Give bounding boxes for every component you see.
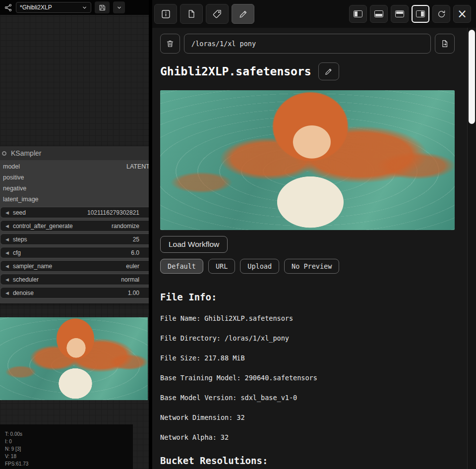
- panel-scrollbar[interactable]: [467, 28, 476, 469]
- stat-i: I: 0: [5, 438, 128, 445]
- info-label: File Size:: [160, 354, 200, 362]
- widget-value: randomize: [112, 223, 147, 230]
- info-value: 290640.safetensors: [245, 374, 317, 382]
- info-file-directory: File Directory:/loras/1/xl_pony: [160, 334, 455, 342]
- node-collapse-dot-icon[interactable]: [2, 151, 6, 156]
- input-label: model: [3, 163, 20, 170]
- panel-header: ×: [152, 0, 476, 28]
- widget-value: 1021116279302821: [87, 209, 147, 216]
- output-slot-latent: LATENT: [126, 163, 149, 170]
- info-label: File Name:: [160, 314, 200, 322]
- file-info-heading: File Info:: [160, 292, 455, 302]
- refresh-button[interactable]: [432, 5, 450, 23]
- bucket-resolutions-heading: Bucket Resolutions:: [160, 455, 455, 466]
- decrement-arrow-icon[interactable]: ◀: [5, 224, 9, 229]
- input-slot-model: model LATENT: [0, 161, 149, 172]
- dock-top-button[interactable]: [391, 5, 409, 23]
- tab-tag[interactable]: [206, 4, 229, 24]
- widget-scheduler[interactable]: ◀ scheduler normal: [0, 274, 149, 285]
- tab-edit[interactable]: [232, 4, 254, 24]
- comfyui-canvas-area: *Ghibli2XLP KSampler model: [0, 0, 149, 469]
- generation-preview-image: [0, 317, 148, 400]
- lora-info-panel: × Ghibli2XLP.safetensors Load Wor: [152, 0, 476, 469]
- title-row: Ghibli2XLP.safetensors: [160, 62, 455, 80]
- widget-name: cfg: [13, 249, 21, 256]
- tab-document[interactable]: [180, 4, 203, 24]
- node-header[interactable]: KSampler: [0, 146, 149, 160]
- share-icon[interactable]: [4, 3, 12, 12]
- workflow-selector[interactable]: *Ghibli2XLP: [16, 2, 91, 13]
- info-label: Network Alpha:: [160, 433, 217, 441]
- info-value: 32: [221, 433, 229, 441]
- widget-name: scheduler: [13, 276, 39, 283]
- preview-none-button[interactable]: No Preview: [284, 259, 339, 274]
- widget-cfg[interactable]: ◀ cfg 6.0: [0, 247, 149, 258]
- info-value: 32: [237, 413, 244, 421]
- decrement-arrow-icon[interactable]: ◀: [5, 277, 9, 282]
- stat-fps: FPS:61.73: [5, 460, 128, 468]
- preview-url-button[interactable]: URL: [208, 259, 235, 274]
- tab-info[interactable]: [154, 4, 177, 24]
- dock-right-button[interactable]: [412, 5, 429, 23]
- close-icon: ×: [457, 8, 467, 20]
- stat-v: V: 18: [5, 453, 128, 460]
- widget-sampler-name[interactable]: ◀ sampler_name euler: [0, 260, 149, 272]
- ksampler-node[interactable]: KSampler model LATENT positive negative …: [0, 146, 149, 303]
- widget-steps[interactable]: ◀ steps 25: [0, 234, 149, 245]
- load-workflow-button[interactable]: Load Workflow: [160, 236, 228, 253]
- dock-bottom-icon: [374, 10, 383, 17]
- dock-left-button[interactable]: [349, 5, 367, 23]
- info-value: 217.88 MiB: [204, 354, 244, 362]
- decrement-arrow-icon[interactable]: ◀: [5, 250, 9, 255]
- input-slot-latent-image: latent_image: [0, 194, 149, 205]
- preview-default-button[interactable]: Default: [160, 259, 203, 274]
- info-label: Base Model Version:: [160, 394, 237, 402]
- widget-name: steps: [13, 236, 27, 243]
- decrement-arrow-icon[interactable]: ◀: [5, 264, 9, 269]
- dock-bottom-button[interactable]: [370, 5, 388, 23]
- widget-name: sampler_name: [13, 263, 52, 270]
- decrement-arrow-icon[interactable]: ◀: [5, 237, 9, 242]
- info-value: Ghibli2XLP.safetensors: [204, 314, 293, 322]
- widget-name: denoise: [13, 290, 34, 296]
- close-panel-button[interactable]: ×: [453, 5, 471, 23]
- file-info-list: File Name:Ghibli2XLP.safetensors File Di…: [160, 314, 455, 441]
- input-label: negative: [3, 185, 26, 192]
- rename-button[interactable]: [318, 62, 339, 80]
- save-options-button[interactable]: [113, 1, 125, 13]
- input-label: positive: [3, 174, 24, 181]
- preview-upload-button[interactable]: Upload: [240, 259, 279, 274]
- widget-value: 1.00: [128, 290, 147, 296]
- stat-n: N: 9 [3]: [5, 445, 128, 453]
- dock-top-icon: [395, 10, 404, 17]
- info-network-dimension: Network Dimension:32: [160, 413, 455, 421]
- info-label: Base Training Model:: [160, 374, 241, 382]
- scrollbar-thumb[interactable]: [469, 30, 475, 124]
- widget-seed[interactable]: ◀ seed 1021116279302821: [0, 207, 149, 218]
- export-file-button[interactable]: [435, 34, 455, 54]
- dock-left-icon: [354, 10, 362, 17]
- widget-name: control_after_generate: [13, 223, 73, 230]
- input-slot-positive: positive: [0, 172, 149, 183]
- file-path-input[interactable]: [184, 34, 431, 54]
- info-value: sdxl_base_v1-0: [240, 394, 297, 402]
- dock-right-icon: [416, 10, 425, 17]
- preview-source-row: Default URL Upload No Preview: [160, 259, 455, 274]
- panel-body: Ghibli2XLP.safetensors Load Workflow Def…: [152, 28, 476, 469]
- widget-denoise[interactable]: ◀ denoise 1.00: [0, 287, 149, 298]
- input-label: latent_image: [3, 196, 39, 203]
- workflow-name: *Ghibli2XLP: [20, 4, 52, 11]
- info-base-training-model: Base Training Model:290640.safetensors: [160, 374, 455, 382]
- info-file-name: File Name:Ghibli2XLP.safetensors: [160, 314, 455, 322]
- graph-canvas[interactable]: KSampler model LATENT positive negative …: [0, 15, 149, 469]
- info-base-model-version: Base Model Version:sdxl_base_v1-0: [160, 394, 455, 402]
- node-body: model LATENT positive negative latent_im…: [0, 160, 149, 303]
- widget-value: 25: [133, 236, 147, 243]
- stat-time: T: 0.00s: [5, 430, 128, 438]
- decrement-arrow-icon[interactable]: ◀: [5, 291, 9, 295]
- widget-value: normal: [121, 276, 147, 283]
- delete-button[interactable]: [160, 34, 180, 54]
- widget-control-after-generate[interactable]: ◀ control_after_generate randomize: [0, 220, 149, 232]
- save-workflow-button[interactable]: [95, 1, 110, 13]
- decrement-arrow-icon[interactable]: ◀: [5, 210, 9, 215]
